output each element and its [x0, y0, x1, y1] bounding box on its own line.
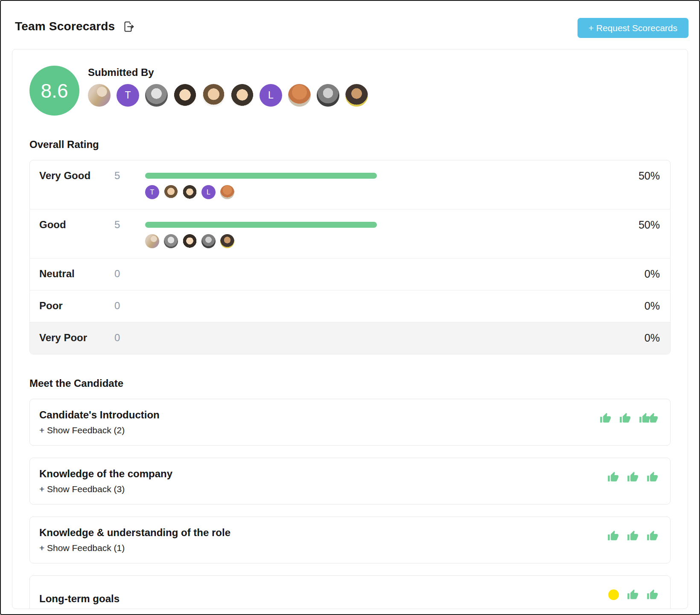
score-summary: 8.6 Submitted By TL — [29, 66, 671, 116]
meet-the-candidate-heading: Meet the Candidate — [29, 377, 671, 389]
yellow-dot-icon — [608, 589, 619, 600]
rating-count: 0 — [114, 267, 145, 280]
avatar-photo-suit-man[interactable] — [220, 234, 234, 248]
question-card: Knowledge & understanding of the role+ S… — [29, 516, 671, 563]
question-title: Knowledge of the company — [39, 468, 172, 480]
submitted-by-avatars: TL — [88, 84, 368, 107]
thumb-up-icon — [607, 530, 619, 542]
question-card: Knowledge of the company+ Show Feedback … — [29, 458, 671, 505]
avatar-photo-cartoon-woman[interactable] — [174, 84, 196, 107]
request-scorecards-button[interactable]: + Request Scorecards — [578, 18, 688, 38]
avatar-initial-l[interactable]: L — [260, 84, 282, 107]
voter-avatars: TL — [145, 185, 609, 199]
avatar-photo-blonde[interactable] — [145, 234, 159, 248]
avatar-photo-bald-man[interactable] — [220, 185, 234, 199]
question-card: Long-term goals — [29, 575, 671, 609]
overall-score-badge: 8.6 — [29, 66, 79, 116]
rating-percent: 0% — [609, 332, 660, 344]
page-header: Team Scorecards + Request Scorecards — [1, 1, 699, 49]
avatar-photo-bw-man2[interactable] — [201, 234, 216, 248]
thumb-up-icon — [627, 471, 639, 483]
avatar-initial-t[interactable]: T — [145, 185, 159, 199]
thumb-up-icon — [619, 412, 631, 424]
show-feedback-link[interactable]: + Show Feedback (1) — [39, 542, 230, 554]
question-title: Knowledge & understanding of the role — [39, 527, 230, 539]
question-rating-icons — [607, 471, 658, 483]
thumb-up-icon — [627, 530, 639, 542]
avatar-photo-bw-man2[interactable] — [317, 84, 339, 107]
rating-count: 0 — [114, 299, 145, 312]
rating-row-neutral: Neutral00% — [30, 258, 670, 290]
avatar-photo-cartoon-woman[interactable] — [183, 234, 197, 248]
rating-label: Neutral — [39, 267, 114, 280]
page-title: Team Scorecards — [15, 20, 115, 33]
thumb-up-icon — [647, 471, 658, 483]
rating-bar-cell: TL — [145, 169, 609, 199]
rating-row-very-poor: Very Poor00% — [30, 322, 670, 354]
app-window: Team Scorecards + Request Scorecards 8.6… — [0, 0, 700, 615]
voter-avatars — [145, 234, 609, 248]
thumb-up-icon — [647, 530, 658, 542]
question-rating-icons — [600, 412, 658, 424]
thumb-up-icon — [600, 412, 611, 424]
rating-count: 5 — [114, 218, 145, 231]
rating-count: 5 — [114, 169, 145, 182]
question-card-list: Candidate's Introduction+ Show Feedback … — [29, 399, 671, 609]
thumb-up-icon — [647, 589, 658, 600]
thumb-up-icon — [607, 471, 619, 483]
submitted-by-label: Submitted By — [88, 67, 368, 78]
thumb-up-icon — [647, 412, 658, 424]
show-feedback-link[interactable]: + Show Feedback (3) — [39, 484, 172, 495]
rating-bar-cell — [145, 218, 609, 248]
avatar-initial-t[interactable]: T — [117, 84, 139, 107]
rating-label: Very Poor — [39, 331, 114, 344]
overall-rating-heading: Overall Rating — [29, 139, 671, 151]
scorecards-panel: 8.6 Submitted By TL Overall Rating Very … — [12, 49, 688, 609]
avatar-photo-bw-man[interactable] — [164, 234, 178, 248]
rating-percent: 0% — [609, 300, 660, 312]
rating-count: 0 — [114, 331, 145, 344]
rating-label: Very Good — [39, 169, 114, 182]
question-title: Long-term goals — [39, 593, 120, 605]
avatar-photo-cartoon-man[interactable] — [202, 84, 225, 107]
overall-rating-table: Very Good5TL50%Good550%Neutral00%Poor00%… — [29, 160, 671, 354]
rating-row-very-good: Very Good5TL50% — [30, 160, 670, 209]
rating-label: Poor — [39, 299, 114, 312]
question-title: Candidate's Introduction — [39, 409, 160, 421]
question-rating-icons — [607, 530, 658, 542]
thumb-up-icon — [627, 589, 639, 600]
avatar-photo-blonde[interactable] — [88, 84, 111, 107]
rating-percent: 50% — [609, 170, 660, 182]
avatar-initial-l[interactable]: L — [201, 185, 216, 199]
avatar-photo-cartoon-man[interactable] — [164, 185, 178, 199]
avatar-photo-cartoon-woman2[interactable] — [183, 185, 197, 199]
avatar-photo-cartoon-woman2[interactable] — [231, 84, 254, 107]
avatar-photo-bw-man[interactable] — [145, 84, 168, 107]
question-rating-icons — [608, 589, 658, 600]
rating-bar — [145, 222, 377, 228]
rating-percent: 0% — [609, 268, 660, 280]
export-icon[interactable] — [122, 20, 134, 33]
rating-percent: 50% — [609, 219, 660, 231]
rating-label: Good — [39, 218, 114, 231]
rating-bar — [145, 173, 377, 179]
rating-row-poor: Poor00% — [30, 290, 670, 322]
avatar-photo-bald-man[interactable] — [288, 84, 311, 107]
double-thumb-up-icon — [639, 412, 658, 424]
rating-row-good: Good550% — [30, 209, 670, 258]
avatar-photo-suit-man[interactable] — [345, 84, 368, 107]
question-card: Candidate's Introduction+ Show Feedback … — [29, 399, 671, 446]
show-feedback-link[interactable]: + Show Feedback (2) — [39, 425, 160, 436]
